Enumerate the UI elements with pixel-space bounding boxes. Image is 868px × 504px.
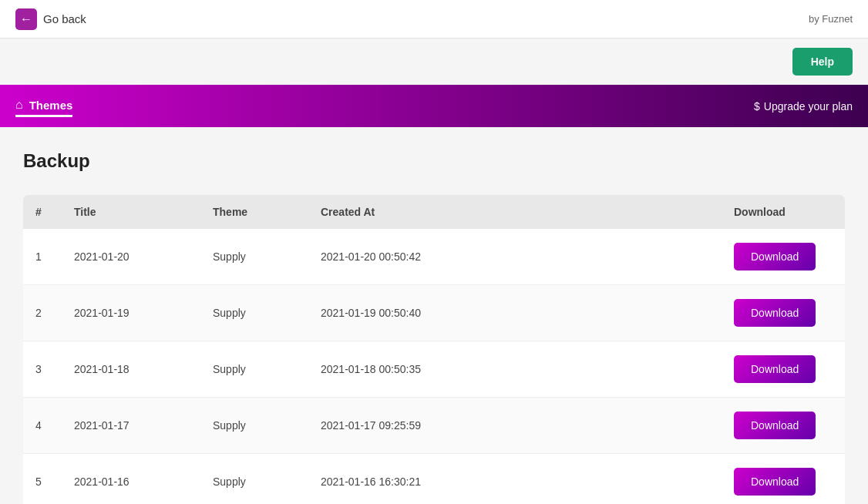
- table-row: 3 2021-01-18 Supply 2021-01-18 00:50:35 …: [23, 341, 845, 398]
- cell-theme: Supply: [200, 285, 308, 341]
- download-button[interactable]: Download: [734, 468, 816, 496]
- cell-download: Download: [722, 285, 845, 341]
- cell-num: 1: [23, 229, 62, 285]
- table-row: 1 2021-01-20 Supply 2021-01-20 00:50:42 …: [23, 229, 845, 285]
- cell-title: 2021-01-18: [62, 341, 200, 398]
- cell-title: 2021-01-17: [62, 398, 200, 454]
- themes-label: Themes: [29, 99, 73, 112]
- by-fuznet-label: by Fuznet: [809, 13, 853, 25]
- col-header-download: Download: [722, 195, 845, 229]
- cell-theme: Supply: [200, 454, 308, 505]
- help-row: Help: [0, 39, 868, 85]
- cell-created-at: 2021-01-18 00:50:35: [308, 341, 722, 398]
- top-bar: ← Go back by Fuznet: [0, 0, 868, 39]
- cell-theme: Supply: [200, 341, 308, 398]
- main-content: Backup # Title Theme Created At Download…: [0, 127, 868, 504]
- themes-tab[interactable]: ⌂ Themes: [15, 95, 72, 117]
- table-row: 5 2021-01-16 Supply 2021-01-16 16:30:21 …: [23, 454, 845, 505]
- cell-theme: Supply: [200, 229, 308, 285]
- backup-table: # Title Theme Created At Download 1 2021…: [23, 195, 845, 504]
- download-button[interactable]: Download: [734, 243, 816, 270]
- cell-created-at: 2021-01-17 09:25:59: [308, 398, 722, 454]
- cell-title: 2021-01-19: [62, 285, 200, 341]
- page-title: Backup: [23, 150, 845, 172]
- download-button[interactable]: Download: [734, 355, 816, 383]
- cell-title: 2021-01-20: [62, 229, 200, 285]
- go-back-button[interactable]: ← Go back: [15, 8, 86, 30]
- download-button[interactable]: Download: [734, 299, 816, 327]
- table-row: 4 2021-01-17 Supply 2021-01-17 09:25:59 …: [23, 398, 845, 454]
- upgrade-label: Upgrade your plan: [764, 100, 853, 113]
- table-row: 2 2021-01-19 Supply 2021-01-19 00:50:40 …: [23, 285, 845, 341]
- col-header-theme: Theme: [200, 195, 308, 229]
- cell-created-at: 2021-01-19 00:50:40: [308, 285, 722, 341]
- cell-num: 5: [23, 454, 62, 505]
- cell-created-at: 2021-01-20 00:50:42: [308, 229, 722, 285]
- nav-banner: ⌂ Themes $ Upgrade your plan: [0, 85, 868, 127]
- cell-download: Download: [722, 229, 845, 285]
- cell-download: Download: [722, 341, 845, 398]
- cell-title: 2021-01-16: [62, 454, 200, 505]
- cell-download: Download: [722, 454, 845, 505]
- download-button[interactable]: Download: [734, 412, 816, 439]
- col-header-created: Created At: [308, 195, 722, 229]
- cell-num: 4: [23, 398, 62, 454]
- back-arrow-icon: ←: [15, 8, 37, 30]
- help-button[interactable]: Help: [792, 48, 853, 76]
- upgrade-button[interactable]: $ Upgrade your plan: [754, 100, 853, 113]
- cell-created-at: 2021-01-16 16:30:21: [308, 454, 722, 505]
- dollar-icon: $: [754, 100, 760, 113]
- table-header-row: # Title Theme Created At Download: [23, 195, 845, 229]
- col-header-num: #: [23, 195, 62, 229]
- cell-num: 3: [23, 341, 62, 398]
- go-back-label: Go back: [43, 12, 86, 25]
- cell-num: 2: [23, 285, 62, 341]
- col-header-title: Title: [62, 195, 200, 229]
- cell-theme: Supply: [200, 398, 308, 454]
- cell-download: Download: [722, 398, 845, 454]
- home-icon: ⌂: [15, 98, 23, 112]
